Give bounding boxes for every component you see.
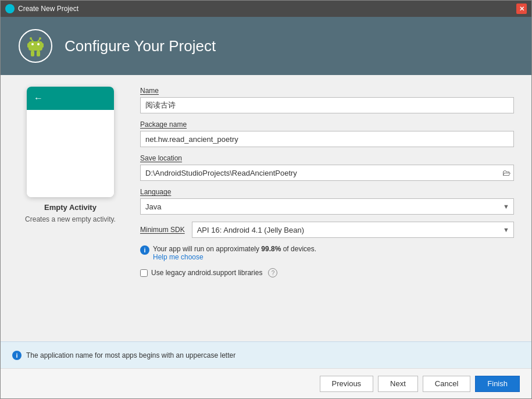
language-label: Language: [140, 188, 514, 196]
bottom-info-text: The application name for most apps begin…: [26, 351, 235, 359]
legacy-libraries-checkbox[interactable]: [140, 269, 148, 277]
language-select[interactable]: Java Kotlin: [140, 198, 514, 215]
android-logo: [18, 28, 53, 63]
package-group: Package name: [140, 120, 514, 147]
window-title: Create New Project: [18, 5, 78, 13]
svg-point-0: [7, 6, 13, 12]
app-icon: [5, 4, 15, 13]
left-panel: ← Empty Activity Creates a new empty act…: [18, 87, 123, 330]
main-window: Create New Project ✕ Configure Your: [0, 0, 532, 399]
sdk-row: Minimum SDK API 16: Android 4.1 (Jelly B…: [140, 222, 514, 238]
name-label: Name: [140, 87, 514, 95]
device-info-message: i Your app will run on approximately 99.…: [140, 245, 514, 261]
device-info-suffix: of devices.: [281, 245, 316, 253]
svg-point-6: [37, 43, 40, 45]
phone-body: [27, 110, 114, 197]
package-input[interactable]: [140, 131, 514, 147]
package-label: Package name: [140, 120, 514, 129]
legacy-libraries-label[interactable]: Use legacy android.support libraries: [151, 269, 262, 277]
help-me-choose-link[interactable]: Help me choose: [153, 253, 203, 261]
legacy-libraries-row: Use legacy android.support libraries ?: [140, 268, 514, 277]
back-arrow-icon: ←: [34, 93, 43, 104]
info-icon: i: [140, 245, 149, 255]
svg-point-10: [39, 37, 41, 40]
device-percentage: 99.8%: [261, 245, 281, 253]
language-select-wrapper: Java Kotlin ▼: [140, 198, 514, 215]
close-button[interactable]: ✕: [516, 3, 527, 14]
svg-rect-3: [27, 43, 30, 48]
device-info-text: Your app will run on approximately 99.8%…: [153, 245, 316, 261]
activity-label: Empty Activity: [44, 203, 97, 212]
svg-rect-2: [28, 41, 42, 51]
activity-description: Creates a new empty activity.: [25, 215, 116, 223]
form-panel: Name Package name Save location 🗁 Langua…: [140, 87, 514, 330]
save-location-group: Save location 🗁: [140, 154, 514, 181]
main-content: ← Empty Activity Creates a new empty act…: [1, 75, 531, 341]
sdk-select-wrapper: API 16: Android 4.1 (Jelly Bean) API 17:…: [192, 222, 514, 238]
previous-button[interactable]: Previous: [320, 376, 374, 392]
next-button[interactable]: Next: [378, 376, 418, 392]
sdk-label: Minimum SDK: [140, 226, 185, 234]
svg-rect-12: [37, 51, 40, 56]
header: Configure Your Project: [1, 17, 531, 75]
sdk-select[interactable]: API 16: Android 4.1 (Jelly Bean) API 17:…: [192, 222, 514, 238]
save-location-label: Save location: [140, 154, 514, 162]
finish-button[interactable]: Finish: [475, 376, 520, 392]
svg-rect-4: [41, 43, 44, 48]
title-bar-left: Create New Project: [5, 4, 78, 13]
svg-point-5: [31, 43, 34, 45]
bottom-info-icon: i: [12, 351, 22, 360]
device-info-prefix: Your app will run on approximately: [153, 245, 261, 253]
page-title: Configure Your Project: [65, 37, 216, 55]
title-bar: Create New Project ✕: [1, 1, 531, 17]
phone-top-bar: ←: [27, 87, 114, 110]
language-group: Language Java Kotlin ▼: [140, 188, 514, 215]
bottom-info-bar: i The application name for most apps beg…: [1, 341, 531, 368]
footer: Previous Next Cancel Finish: [1, 368, 531, 398]
name-input[interactable]: [140, 97, 514, 113]
phone-preview: ←: [27, 87, 114, 197]
svg-rect-11: [31, 51, 34, 56]
save-location-input[interactable]: [140, 165, 514, 181]
legacy-help-icon[interactable]: ?: [268, 268, 277, 277]
svg-point-9: [30, 37, 32, 40]
folder-icon[interactable]: 🗁: [502, 168, 510, 177]
save-location-input-wrapper: 🗁: [140, 165, 514, 181]
name-group: Name: [140, 87, 514, 113]
cancel-button[interactable]: Cancel: [423, 376, 470, 392]
